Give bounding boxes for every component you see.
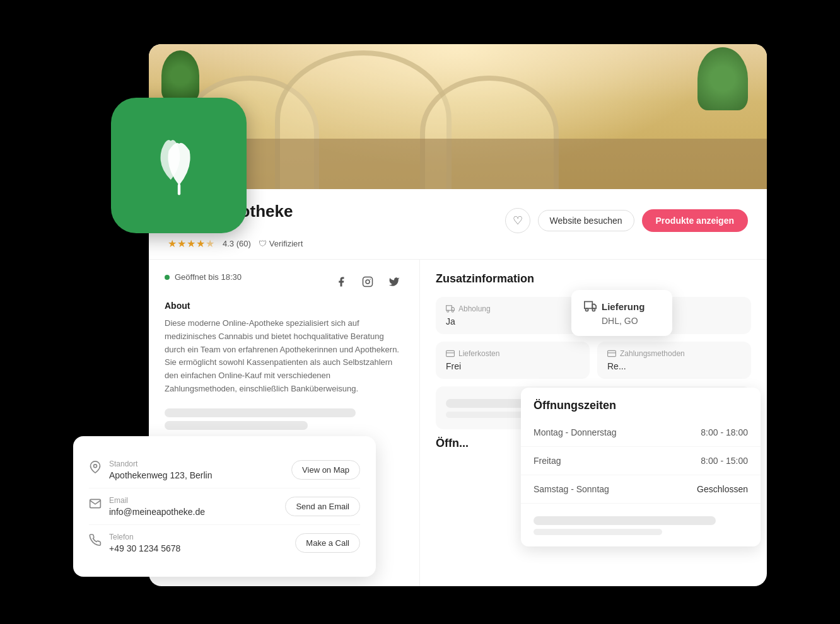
svg-point-14 bbox=[586, 308, 588, 311]
lieferkosten-label: Lieferkosten bbox=[446, 349, 580, 358]
location-text: Standort Apothekenweg 123, Berlin bbox=[109, 459, 212, 480]
hours-tooltip: Öffnungszeiten Montag - Donnerstag 8:00 … bbox=[521, 388, 761, 546]
svg-point-15 bbox=[592, 308, 595, 311]
zahlungsmethoden-label: Zahlungsmethoden bbox=[607, 349, 741, 358]
zahlungsmethoden-value: Re... bbox=[607, 361, 741, 371]
abholung-value: Ja bbox=[446, 316, 580, 326]
blurred-content bbox=[165, 408, 404, 430]
rating-row: ★★★★★ 4.3 (60) 🛡 Verifiziert bbox=[168, 238, 303, 250]
email-text: Email info@meineapotheke.de bbox=[109, 496, 205, 517]
hours-row-0: Montag - Donnerstag 8:00 - 18:00 bbox=[521, 419, 761, 447]
contact-location-info: Standort Apothekenweg 123, Berlin bbox=[89, 459, 212, 480]
delivery-tooltip: Lieferung DHL, GO bbox=[571, 290, 672, 336]
contact-email: Email info@meineapotheke.de Send an Emai… bbox=[89, 488, 360, 525]
twitter-icon[interactable] bbox=[385, 272, 404, 291]
abholung-item: Abholung Ja bbox=[436, 297, 590, 334]
delivery-tooltip-title: Lieferung bbox=[584, 300, 660, 313]
location-icon bbox=[89, 461, 102, 477]
make-call-button[interactable]: Make a Call bbox=[295, 533, 360, 553]
phone-text: Telefon +49 30 1234 5678 bbox=[109, 533, 180, 553]
lieferkosten-value: Frei bbox=[446, 361, 580, 371]
svg-marker-13 bbox=[592, 304, 596, 309]
svg-rect-10 bbox=[608, 350, 616, 356]
rating-score: 4.3 (60) bbox=[223, 239, 251, 248]
website-button[interactable]: Website besuchen bbox=[538, 210, 634, 231]
hours-title: Öffnungszeiten bbox=[521, 388, 761, 419]
hours-row-1: Freitag 8:00 - 15:00 bbox=[521, 447, 761, 475]
send-email-button[interactable]: Send an Email bbox=[285, 497, 360, 516]
svg-marker-5 bbox=[452, 308, 454, 311]
svg-point-7 bbox=[452, 310, 453, 312]
star-rating: ★★★★★ bbox=[168, 238, 215, 250]
email-icon bbox=[89, 497, 102, 513]
hours-blurred-row bbox=[521, 504, 761, 546]
lieferkosten-item: Lieferkosten Frei bbox=[436, 342, 590, 379]
svg-point-6 bbox=[447, 310, 449, 312]
svg-rect-1 bbox=[363, 277, 373, 287]
instagram-icon[interactable] bbox=[358, 272, 377, 291]
verified-badge: 🛡 Verifiziert bbox=[259, 239, 303, 248]
open-indicator bbox=[165, 275, 170, 280]
svg-point-3 bbox=[370, 279, 371, 280]
zahlungsmethoden-item: Zahlungsmethoden Re... bbox=[597, 342, 751, 379]
svg-rect-12 bbox=[585, 302, 593, 309]
leaf-logo bbox=[144, 130, 214, 202]
open-status-row: Geöffnet bis 18:30 bbox=[165, 272, 404, 291]
svg-point-16 bbox=[94, 465, 97, 468]
view-on-map-button[interactable]: View on Map bbox=[291, 460, 360, 480]
phone-icon bbox=[89, 534, 102, 550]
about-title: About bbox=[165, 301, 404, 311]
contact-phone: Telefon +49 30 1234 5678 Make a Call bbox=[89, 525, 360, 561]
shield-icon: 🛡 bbox=[259, 239, 267, 248]
svg-rect-8 bbox=[446, 350, 455, 356]
app-icon bbox=[111, 98, 247, 233]
social-icons bbox=[332, 272, 404, 291]
contact-email-info: Email info@meineapotheke.de bbox=[89, 496, 205, 517]
open-status: Geöffnet bis 18:30 bbox=[165, 272, 242, 282]
header-actions: ♡ Website besuchen Produkte anzeigen bbox=[505, 208, 748, 233]
contact-phone-info: Telefon +49 30 1234 5678 bbox=[89, 533, 180, 553]
about-text: Diese moderne Online-Apotheke spezialisi… bbox=[165, 317, 404, 396]
favorite-button[interactable]: ♡ bbox=[505, 208, 530, 233]
hours-row-2: Samstag - Sonntag Geschlossen bbox=[521, 475, 761, 504]
products-button[interactable]: Produkte anzeigen bbox=[642, 209, 748, 232]
svg-rect-4 bbox=[446, 306, 452, 311]
delivery-tooltip-value: DHL, GO bbox=[584, 316, 660, 326]
contact-card: Standort Apothekenweg 123, Berlin View o… bbox=[73, 436, 376, 577]
facebook-icon[interactable] bbox=[332, 272, 351, 291]
svg-point-2 bbox=[366, 280, 370, 284]
info-row-2: Lieferkosten Frei Zahlungsmethoden Re... bbox=[436, 342, 751, 379]
contact-location: Standort Apothekenweg 123, Berlin View o… bbox=[89, 452, 360, 488]
abholung-label: Abholung bbox=[446, 304, 580, 313]
zusatz-title: Zusatzinformation bbox=[436, 272, 751, 286]
